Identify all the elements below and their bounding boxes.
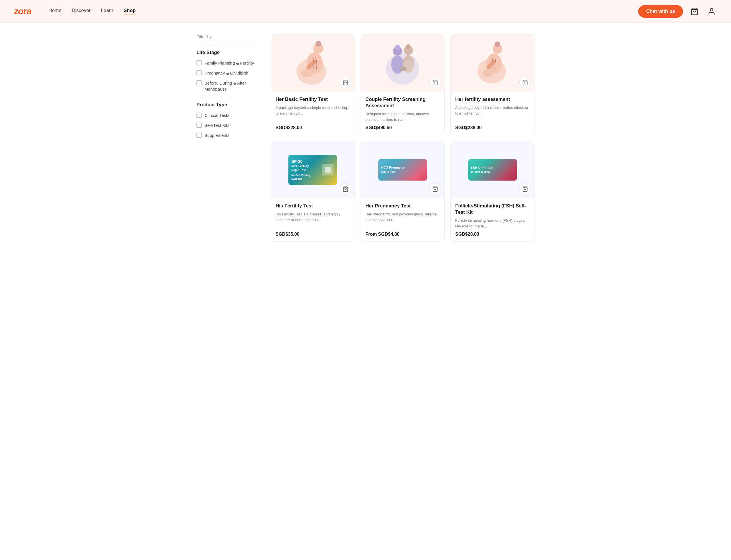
svg-point-17	[400, 67, 406, 71]
product-grid: Her Basic Fertility Test A package beyon…	[271, 34, 534, 242]
product-desc-1: A package beyond a simple routine checku…	[276, 105, 350, 122]
filter-clinical-tests[interactable]: Clinical Tests	[197, 112, 259, 118]
product-desc-6: Follicle-stimulating hormone (FSH) plays…	[455, 218, 530, 229]
product-card-4: SP-10 Male Fertility Rapid Test for Self…	[271, 141, 355, 242]
main-content: Filter by Life Stage Family Planning & F…	[183, 23, 548, 253]
svg-point-4	[316, 41, 321, 47]
svg-point-11	[395, 45, 400, 50]
product-name-2: Couple Fertility Screening Assessment	[366, 96, 440, 109]
box-fsh-text: FSH Urine Test for Self-Testing	[471, 166, 493, 174]
user-icon-button[interactable]	[706, 6, 717, 17]
svg-point-14	[406, 44, 410, 49]
life-stage-title: Life Stage	[197, 50, 259, 55]
product-illustration-3	[474, 40, 511, 86]
add-to-cart-button-1[interactable]	[340, 77, 351, 88]
add-to-cart-button-5[interactable]	[429, 183, 441, 195]
logo: zora	[14, 6, 31, 17]
product-image-6: FSH Urine Test for Self-Testing	[450, 141, 534, 198]
product-price-1: SGD$228.00	[276, 125, 350, 130]
product-card-3: Her fertility assessment A package beyon…	[450, 34, 534, 135]
product-box-fsh: FSH Urine Test for Self-Testing	[468, 159, 517, 181]
svg-point-16	[403, 60, 413, 73]
product-desc-3: A package beyond a simple routine checku…	[455, 105, 530, 122]
product-image-2	[361, 35, 444, 92]
product-info-6: Follicle-Stimulating (FSH) Self-Test Kit…	[450, 198, 534, 241]
product-price-6: SGD$28.00	[455, 232, 530, 237]
cart-icon-button[interactable]	[689, 6, 700, 17]
product-image-3	[450, 35, 534, 92]
filter-clinical-tests-checkbox[interactable]	[197, 113, 202, 118]
filter-supplements-checkbox[interactable]	[197, 133, 202, 138]
main-nav: Home Discover Learn Shop	[49, 8, 638, 15]
filter-family-planning-checkbox[interactable]	[197, 60, 202, 65]
box-hcg-text: HCG Pregnancy Rapid Test	[381, 165, 405, 174]
filter-menopause-checkbox[interactable]	[197, 80, 202, 85]
svg-point-6	[301, 69, 313, 77]
chat-button[interactable]: Chat with us	[638, 5, 683, 18]
header: zora Home Discover Learn Shop Chat with …	[0, 0, 731, 23]
filter-self-test-kits[interactable]: Self-Test Kits	[197, 122, 259, 128]
filter-pregnancy[interactable]: Pregnancy & Childbirth	[197, 70, 259, 76]
filter-pregnancy-label: Pregnancy & Childbirth	[205, 70, 248, 76]
box-sp10-text: SP-10 Male Fertility Rapid Test for Self…	[291, 159, 310, 181]
sidebar-divider-2	[197, 96, 259, 96]
add-to-cart-button-6[interactable]	[519, 183, 531, 195]
product-price-4: SGD$35.00	[276, 232, 350, 237]
filter-family-planning-label: Family Planning & Fertility	[205, 60, 254, 66]
product-info-5: Her Pregnancy Test Her Pregnancy Test pr…	[361, 198, 444, 241]
svg-point-12	[391, 55, 404, 74]
product-info-2: Couple Fertility Screening Assessment De…	[361, 92, 444, 135]
product-image-5: HCG Pregnancy Rapid Test	[361, 141, 444, 198]
filter-family-planning[interactable]: Family Planning & Fertility	[197, 60, 259, 66]
filter-supplements[interactable]: Supplements	[197, 132, 259, 138]
filter-menopause[interactable]: Before, During & After Menopause	[197, 80, 259, 92]
product-name-4: His Fertility Test	[276, 203, 350, 209]
product-image-1	[271, 35, 355, 92]
product-card-6: FSH Urine Test for Self-Testing Follicle…	[450, 141, 534, 242]
product-box-hcg: HCG Pregnancy Rapid Test	[378, 159, 427, 181]
sidebar-divider-1	[197, 44, 259, 44]
sidebar: Filter by Life Stage Family Planning & F…	[197, 34, 259, 242]
product-price-5: From SGD$4.80	[366, 232, 440, 237]
product-name-6: Follicle-Stimulating (FSH) Self-Test Kit	[455, 203, 530, 215]
product-price-2: SGD$490.50	[366, 125, 440, 130]
product-desc-5: Her Pregnancy Test provides quick, relia…	[366, 211, 440, 229]
product-illustration-1	[294, 40, 331, 86]
product-image-4: SP-10 Male Fertility Rapid Test for Self…	[271, 141, 355, 198]
product-price-3: SGD$288.00	[455, 125, 530, 130]
product-type-title: Product Type	[197, 102, 259, 108]
filter-self-test-kits-checkbox[interactable]	[197, 123, 202, 128]
add-to-cart-button-3[interactable]	[519, 77, 531, 88]
box-sp10-icon	[322, 164, 334, 175]
product-info-1: Her Basic Fertility Test A package beyon…	[271, 92, 355, 135]
product-card-1: Her Basic Fertility Test A package beyon…	[271, 34, 355, 135]
filter-by-label: Filter by	[197, 34, 259, 39]
product-card-5: HCG Pregnancy Rapid Test Her Pregnancy T…	[361, 141, 445, 242]
product-name-3: Her fertility assessment	[455, 96, 530, 103]
nav-discover[interactable]: Discover	[72, 8, 91, 15]
product-desc-4: His Fertility Test is a discreet and hig…	[276, 211, 350, 229]
svg-point-21	[494, 41, 500, 47]
product-info-4: His Fertility Test His Fertility Test is…	[271, 198, 355, 241]
product-name-5: Her Pregnancy Test	[366, 203, 440, 209]
filter-menopause-label: Before, During & After Menopause	[205, 80, 259, 92]
filter-supplements-label: Supplements	[205, 132, 230, 138]
header-actions: Chat with us	[638, 5, 717, 18]
svg-point-23	[482, 69, 493, 77]
filter-pregnancy-checkbox[interactable]	[197, 70, 202, 75]
product-box-sp10: SP-10 Male Fertility Rapid Test for Self…	[289, 155, 337, 185]
svg-point-1	[710, 8, 713, 11]
filter-clinical-tests-label: Clinical Tests	[205, 112, 229, 118]
filter-self-test-kits-label: Self-Test Kits	[205, 122, 230, 128]
product-illustration-2	[382, 40, 422, 86]
nav-shop[interactable]: Shop	[124, 8, 136, 15]
nav-home[interactable]: Home	[49, 8, 61, 15]
product-desc-2: Designed for aspiring parents, uncover p…	[366, 111, 440, 122]
nav-learn[interactable]: Learn	[101, 8, 113, 15]
add-to-cart-button-2[interactable]	[429, 77, 441, 88]
product-name-1: Her Basic Fertility Test	[276, 96, 350, 103]
product-card-2: Couple Fertility Screening Assessment De…	[361, 34, 445, 135]
add-to-cart-button-4[interactable]	[340, 183, 351, 195]
product-info-3: Her fertility assessment A package beyon…	[450, 92, 534, 135]
